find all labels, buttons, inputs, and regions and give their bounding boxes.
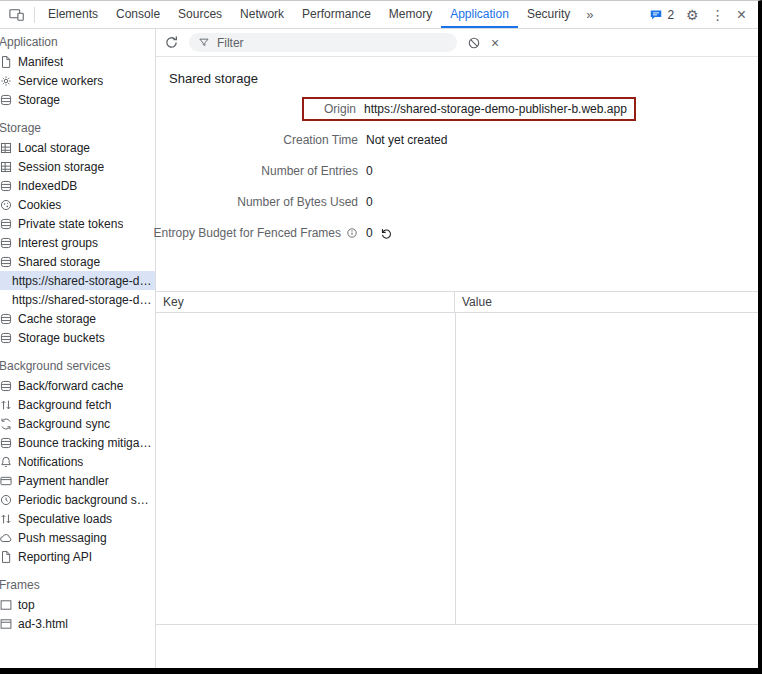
field-label: Origin	[308, 102, 356, 116]
field-label: Creation Time	[156, 133, 358, 147]
sidebar-item-label: Session storage	[18, 160, 104, 174]
sidebar-item-label: Payment handler	[18, 474, 109, 488]
sidebar-item-notifications[interactable]: Notifications	[0, 452, 155, 471]
sidebar-item-label: Cache storage	[18, 312, 96, 326]
devtools-tabbar: ElementsConsoleSourcesNetworkPerformance…	[0, 1, 758, 29]
cookie-icon	[0, 198, 13, 212]
field-row-number-of-bytes-used: Number of Bytes Used0	[156, 193, 758, 211]
tab-network[interactable]: Network	[231, 1, 293, 28]
shared-storage-panel: × Shared storage Originhttps://shared-st…	[156, 29, 758, 668]
sidebar-item-periodic-background-s[interactable]: Periodic background s…	[0, 490, 155, 509]
menu-button[interactable]: ⋮	[711, 8, 725, 22]
sidebar-item-top[interactable]: top	[0, 595, 155, 614]
database-icon	[0, 312, 13, 326]
sidebar-item-storage-buckets[interactable]: Storage buckets	[0, 328, 155, 347]
filter-input[interactable]	[215, 35, 448, 51]
sidebar-item-indexeddb[interactable]: IndexedDB	[0, 176, 155, 195]
tab-memory[interactable]: Memory	[380, 1, 441, 28]
field-label-text: Number of Bytes Used	[237, 195, 358, 209]
settings-button[interactable]: ⚙	[686, 8, 699, 22]
sidebar-item-label: https://shared-storage-d…	[12, 274, 151, 288]
reset-budget-icon[interactable]	[380, 227, 393, 240]
field-value: 0	[366, 226, 373, 240]
sidebar-section-background-services: Background servicesBack/forward cacheBac…	[0, 357, 155, 566]
sidebar-item-label: Reporting API	[18, 550, 92, 564]
sidebar-item-push-messaging[interactable]: Push messaging	[0, 528, 155, 547]
sidebar-item-payment-handler[interactable]: Payment handler	[0, 471, 155, 490]
console-messages-button[interactable]: 2	[649, 8, 674, 22]
field-row-number-of-entries: Number of Entries0	[156, 162, 758, 180]
sidebar-item-label: Private state tokens	[18, 217, 123, 231]
clock-icon	[0, 493, 13, 507]
adframe-icon	[0, 617, 13, 631]
sidebar-item-private-state-tokens[interactable]: Private state tokens	[0, 214, 155, 233]
sidebar-item-label: Speculative loads	[18, 512, 112, 526]
sidebar-item-back-forward-cache[interactable]: Back/forward cache	[0, 376, 155, 395]
sidebar-item-service-workers[interactable]: Service workers	[0, 71, 155, 90]
sidebar-item-label: Back/forward cache	[18, 379, 123, 393]
tab-elements[interactable]: Elements	[39, 1, 107, 28]
cloud-icon	[0, 531, 13, 545]
application-sidebar: ApplicationManifestService workersStorag…	[0, 29, 156, 668]
sidebar-section-title: Application	[0, 33, 155, 52]
column-header-key[interactable]: Key	[156, 292, 455, 312]
toggle-device-toolbar-button[interactable]	[4, 8, 30, 22]
sidebar-item-background-sync[interactable]: Background sync	[0, 414, 155, 433]
sidebar-item-label: Shared storage	[18, 255, 100, 269]
sidebar-item-label: Storage buckets	[18, 331, 105, 345]
sidebar-item-speculative-loads[interactable]: Speculative loads	[0, 509, 155, 528]
sync-icon	[0, 417, 13, 431]
devtools-body: ApplicationManifestService workersStorag…	[0, 29, 758, 668]
sidebar-item-session-storage[interactable]: Session storage	[0, 157, 155, 176]
doc-icon	[0, 55, 13, 69]
sidebar-item-https-shared-storage-d[interactable]: https://shared-storage-d…	[0, 271, 155, 290]
sidebar-item-label: IndexedDB	[18, 179, 77, 193]
grid-icon	[0, 160, 13, 174]
tab-performance[interactable]: Performance	[293, 1, 380, 28]
sidebar-item-label: Service workers	[18, 74, 103, 88]
message-count: 2	[667, 8, 674, 22]
sidebar-item-cookies[interactable]: Cookies	[0, 195, 155, 214]
sidebar-item-ad-3-html[interactable]: ad-3.html	[0, 614, 155, 633]
clear-filter-button[interactable]: ×	[491, 36, 499, 50]
field-row-entropy-budget-for-fenced-frames: Entropy Budget for Fenced Frames0	[156, 224, 758, 242]
field-label-text: Entropy Budget for Fenced Frames	[154, 226, 341, 240]
sidebar-item-bounce-tracking-mitiga[interactable]: Bounce tracking mitiga…	[0, 433, 155, 452]
annotation-highlight-box: Originhttps://shared-storage-demo-publis…	[302, 97, 636, 121]
tab-application[interactable]: Application	[441, 1, 518, 28]
field-label-text: Number of Entries	[261, 164, 358, 178]
sidebar-item-local-storage[interactable]: Local storage	[0, 138, 155, 157]
sidebar-item-https-shared-storage-d[interactable]: https://shared-storage-d…	[0, 290, 155, 309]
sidebar-item-interest-groups[interactable]: Interest groups	[0, 233, 155, 252]
refresh-button[interactable]	[164, 35, 179, 50]
column-header-value[interactable]: Value	[455, 292, 758, 312]
info-icon[interactable]	[346, 227, 358, 239]
sidebar-item-background-fetch[interactable]: Background fetch	[0, 395, 155, 414]
sidebar-item-label: Bounce tracking mitiga…	[18, 436, 151, 450]
database-icon	[0, 179, 13, 193]
sidebar-item-label: Push messaging	[18, 531, 107, 545]
field-row-origin: Originhttps://shared-storage-demo-publis…	[156, 100, 758, 118]
message-bubble-icon	[649, 8, 663, 22]
tab-security[interactable]: Security	[518, 1, 579, 28]
more-tabs-button[interactable]: »	[579, 7, 600, 22]
sidebar-section-storage: StorageLocal storageSession storageIndex…	[0, 119, 155, 347]
sidebar-item-manifest[interactable]: Manifest	[0, 52, 155, 71]
sidebar-item-shared-storage[interactable]: Shared storage	[0, 252, 155, 271]
database-icon	[0, 236, 13, 250]
clear-entries-button[interactable]	[467, 36, 481, 50]
sidebar-item-cache-storage[interactable]: Cache storage	[0, 309, 155, 328]
sidebar-item-storage[interactable]: Storage	[0, 90, 155, 109]
filter-funnel-icon	[198, 36, 210, 49]
page-title: Shared storage	[156, 57, 758, 88]
close-devtools-button[interactable]: ×	[737, 8, 746, 22]
field-value: 0	[366, 195, 373, 209]
tab-console[interactable]: Console	[107, 1, 169, 28]
grid-icon	[0, 141, 13, 155]
sidebar-item-reporting-api[interactable]: Reporting API	[0, 547, 155, 566]
gear-icon	[0, 74, 13, 88]
tab-sources[interactable]: Sources	[169, 1, 231, 28]
tabbar-actions: 2 ⚙ ⋮ ×	[649, 8, 754, 22]
sidebar-section-title: Frames	[0, 576, 155, 595]
sidebar-item-label: ad-3.html	[18, 617, 68, 631]
